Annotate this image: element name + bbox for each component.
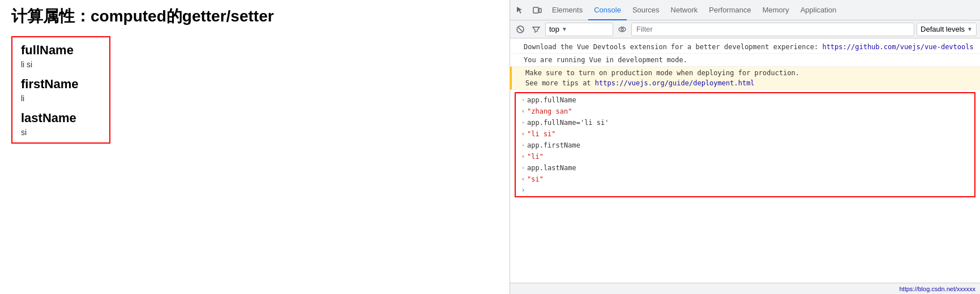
tab-performance[interactable]: Performance — [703, 0, 756, 20]
devtools-link[interactable]: https://github.com/vuejs/vue-devtools — [822, 43, 973, 51]
svg-line-3 — [519, 27, 523, 31]
console-row-lastname-expand[interactable]: › app.lastName — [516, 162, 974, 174]
result-arrow-zhangsan: ‹ — [519, 106, 527, 116]
console-output: Download the Vue Devtools extension for … — [510, 38, 980, 283]
firstname-label: firstName — [21, 77, 101, 92]
statusbar-url[interactable]: https://blog.csdn.net/xxxxxx — [899, 286, 975, 292]
console-row-fullname-result[interactable]: ‹ "zhang san" — [516, 106, 974, 117]
devtools-panel: Elements Console Sources Network Perform… — [510, 0, 980, 294]
left-panel: 计算属性：computed的getter/setter fullName li … — [0, 0, 510, 294]
console-row-fullname-expand[interactable]: › app.fullName — [516, 94, 974, 106]
log-levels-selector[interactable]: Default levels ▼ — [917, 23, 977, 36]
clear-console-button[interactable] — [513, 23, 527, 36]
tab-application[interactable]: Application — [795, 0, 842, 20]
tab-network[interactable]: Network — [665, 0, 704, 20]
console-text-lastname: app.lastName — [527, 163, 576, 173]
console-text-fullname: app.fullName — [527, 95, 576, 105]
context-value: top — [549, 25, 559, 33]
console-row-fullname-set-expand[interactable]: › app.fullName='li si' — [516, 117, 974, 128]
devtools-statusbar: https://blog.csdn.net/xxxxxx — [510, 283, 980, 294]
console-row-fullname-set-result[interactable]: ‹ "li si" — [516, 128, 974, 140]
lastname-label: lastName — [21, 111, 101, 126]
tab-memory[interactable]: Memory — [757, 0, 795, 20]
data-box: fullName li si firstName li lastName si — [11, 36, 110, 144]
tab-console[interactable]: Console — [588, 0, 627, 20]
fullname-value: li si — [21, 60, 101, 69]
expand-arrow-lastname[interactable]: › — [519, 163, 527, 173]
page-title: 计算属性：computed的getter/setter — [11, 6, 498, 27]
log-levels-label: Default levels — [921, 25, 965, 33]
eye-icon[interactable] — [615, 23, 629, 36]
expand-arrow-firstname[interactable]: › — [519, 140, 527, 150]
tab-sources[interactable]: Sources — [627, 0, 665, 20]
console-message-production: Make sure to turn on production mode whe… — [510, 67, 980, 90]
lastname-value: si — [21, 128, 101, 137]
console-entries-block: › app.fullName ‹ "zhang san" › app.fullN… — [515, 92, 975, 197]
console-text-zhangsan: "zhang san" — [527, 106, 572, 116]
console-row-lastname-result[interactable]: ‹ "si" — [516, 174, 974, 185]
console-row-firstname-expand[interactable]: › app.firstName — [516, 140, 974, 151]
expand-arrow-fullname-set[interactable]: › — [519, 118, 527, 128]
tab-elements[interactable]: Elements — [546, 0, 588, 20]
firstname-value: li — [21, 94, 101, 103]
result-arrow-si: ‹ — [519, 174, 527, 184]
console-text-lisi: "li si" — [527, 129, 556, 139]
device-toolbar-icon[interactable] — [529, 2, 545, 18]
filter-icon[interactable] — [529, 23, 543, 36]
console-message-devmode: You are running Vue in development mode. — [510, 54, 980, 67]
svg-point-5 — [621, 28, 623, 31]
result-arrow-lisi: ‹ — [519, 129, 527, 139]
console-text-fullname-set: app.fullName='li si' — [527, 118, 609, 128]
expand-arrow-fullname[interactable]: › — [519, 95, 527, 105]
levels-dropdown-icon: ▼ — [967, 26, 973, 32]
console-input-row[interactable]: › — [516, 185, 974, 195]
svg-rect-0 — [533, 7, 538, 13]
console-message-devtools: Download the Vue Devtools extension for … — [510, 41, 980, 54]
console-row-firstname-result[interactable]: ‹ "li" — [516, 151, 974, 162]
console-text-li: "li" — [527, 152, 544, 162]
devtools-toolbar: top ▼ Default levels ▼ — [510, 20, 980, 38]
devtools-tabbar: Elements Console Sources Network Perform… — [510, 0, 980, 20]
context-selector[interactable]: top ▼ — [545, 23, 613, 36]
console-text-si: "si" — [527, 174, 544, 184]
deployment-link[interactable]: https://vuejs.org/guide/deployment.html — [595, 79, 755, 87]
context-dropdown-icon: ▼ — [562, 26, 567, 32]
fullname-label: fullName — [21, 43, 101, 58]
console-prompt-arrow: › — [519, 186, 527, 194]
console-text-firstname: app.firstName — [527, 140, 580, 150]
inspect-icon[interactable] — [512, 2, 528, 18]
filter-input[interactable] — [631, 23, 914, 36]
svg-point-4 — [619, 27, 626, 32]
svg-rect-1 — [539, 8, 541, 12]
result-arrow-li: ‹ — [519, 152, 527, 162]
